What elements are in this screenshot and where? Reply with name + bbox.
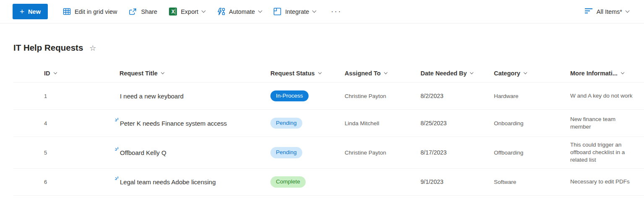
cell-assigned-to: Christine Payton	[345, 150, 421, 156]
edit-in-grid-view-label: Edit in grid view	[75, 8, 117, 15]
cell-category: Offboarding	[494, 150, 570, 156]
cell-request-title[interactable]: I need a new keyboard	[119, 93, 270, 100]
grid-view-icon	[63, 8, 71, 15]
export-label: Export	[181, 8, 198, 15]
column-header-row: ID Request Title Request Status Assigned…	[13, 65, 644, 82]
cell-date-needed-by: 8/2/2023	[421, 93, 494, 99]
cell-more-information: W and A key do not work	[570, 92, 634, 100]
cell-more-information: New finance team member	[570, 116, 634, 131]
integrate-label: Integrate	[285, 8, 309, 15]
table-row[interactable]: 1 I need a new keyboard In-Process Chris…	[13, 82, 644, 109]
favorite-star-icon[interactable]: ☆	[89, 44, 96, 52]
column-header-label: Category	[494, 70, 520, 77]
chevron-down-icon	[318, 71, 321, 74]
column-header-assigned-to[interactable]: Assigned To	[345, 70, 387, 77]
chevron-down-icon	[258, 9, 262, 13]
column-header-id[interactable]: ID	[44, 70, 57, 77]
request-title-text: Peter K needs Finance system access	[120, 120, 227, 127]
command-bar: + New Edit in grid view Share X Export	[0, 0, 644, 23]
table-row[interactable]: 6 Legal team needs Adobe licensing Compl…	[13, 168, 644, 196]
plus-icon: +	[20, 8, 24, 15]
new-button-label: New	[28, 8, 41, 15]
column-header-request-title[interactable]: Request Title	[119, 70, 164, 77]
chevron-down-icon	[524, 71, 527, 74]
status-badge: In-Process	[270, 90, 309, 102]
cell-assigned-to: Linda Mitchell	[345, 120, 421, 126]
share-label: Share	[141, 8, 157, 15]
new-item-spark-icon	[115, 175, 119, 182]
cell-id: 5	[44, 150, 119, 156]
edit-in-grid-view-button[interactable]: Edit in grid view	[58, 4, 122, 20]
cell-date-needed-by: 9/1/2023	[421, 178, 494, 185]
column-header-more-information[interactable]: More Informati...	[570, 70, 624, 77]
status-badge: Pending	[270, 118, 302, 129]
more-icon: ···	[327, 8, 345, 16]
cell-date-needed-by: 8/17/2023	[421, 149, 494, 156]
cell-request-title[interactable]: Offboard Kelly Q	[119, 149, 270, 156]
title-row: IT Help Requests ☆	[0, 23, 644, 53]
column-header-category[interactable]: Category	[494, 70, 527, 77]
cell-category: Hardware	[494, 93, 570, 99]
column-header-label: Date Needed By	[421, 70, 467, 77]
cell-request-status: Pending	[270, 118, 345, 129]
request-title-text: I need a new keyboard	[120, 93, 184, 100]
filter-lines-icon	[584, 8, 593, 15]
request-title-text: Offboard Kelly Q	[120, 149, 166, 156]
chevron-down-icon	[626, 9, 630, 13]
column-header-label: Assigned To	[345, 70, 381, 77]
cell-category: Onboarding	[494, 120, 570, 126]
table-row[interactable]: 5 Offboard Kelly Q Pending Christine Pay…	[13, 137, 644, 168]
cell-category: Software	[494, 179, 570, 185]
cell-id: 1	[44, 93, 119, 99]
cell-id: 4	[44, 120, 119, 126]
automate-button[interactable]: Automate	[212, 4, 267, 20]
cell-id: 6	[44, 179, 119, 185]
list-view: ID Request Title Request Status Assigned…	[13, 65, 644, 196]
automate-label: Automate	[229, 8, 255, 15]
cell-date-needed-by: 8/25/2023	[421, 120, 494, 126]
column-header-label: Request Title	[119, 70, 158, 77]
new-item-spark-icon	[115, 146, 119, 153]
cell-request-title[interactable]: Legal team needs Adobe licensing	[119, 178, 270, 186]
share-icon	[129, 8, 137, 15]
page-title: IT Help Requests	[13, 43, 83, 53]
view-selector-label: All Items*	[597, 8, 622, 15]
cell-request-status: Complete	[270, 176, 345, 188]
column-header-date-needed-by[interactable]: Date Needed By	[421, 70, 473, 77]
chevron-down-icon	[53, 71, 57, 74]
chevron-down-icon	[621, 71, 624, 74]
integrate-icon	[273, 8, 281, 15]
more-commands-button[interactable]: ···	[322, 4, 350, 20]
automate-icon	[217, 8, 225, 15]
cell-assigned-to: Christine Payton	[345, 93, 421, 99]
export-button[interactable]: X Export	[164, 4, 210, 20]
column-header-request-status[interactable]: Request Status	[270, 70, 321, 77]
status-badge: Pending	[270, 147, 302, 158]
chevron-down-icon	[161, 71, 164, 74]
integrate-button[interactable]: Integrate	[268, 4, 321, 20]
chevron-down-icon	[384, 71, 387, 74]
column-header-label: Request Status	[270, 70, 315, 77]
chevron-down-icon	[312, 9, 317, 13]
new-item-spark-icon	[115, 116, 119, 124]
cell-more-information: Necessary to edit PDFs	[570, 178, 634, 186]
share-button[interactable]: Share	[124, 4, 162, 20]
view-selector[interactable]: All Items*	[582, 4, 631, 20]
cell-more-information: This could trigger an offboard checklist…	[570, 141, 634, 164]
table-row[interactable]: 4 Peter K needs Finance system access Pe…	[13, 109, 644, 137]
request-title-text: Legal team needs Adobe licensing	[120, 178, 216, 186]
excel-icon: X	[169, 8, 177, 15]
chevron-down-icon	[470, 71, 473, 74]
cell-request-title[interactable]: Peter K needs Finance system access	[119, 120, 270, 127]
column-header-label: ID	[44, 70, 50, 77]
column-header-label: More Informati...	[570, 70, 618, 77]
cell-request-status: In-Process	[270, 90, 345, 102]
chevron-down-icon	[202, 9, 206, 13]
new-button[interactable]: + New	[13, 4, 48, 19]
status-badge: Complete	[270, 176, 306, 188]
cell-request-status: Pending	[270, 147, 345, 158]
